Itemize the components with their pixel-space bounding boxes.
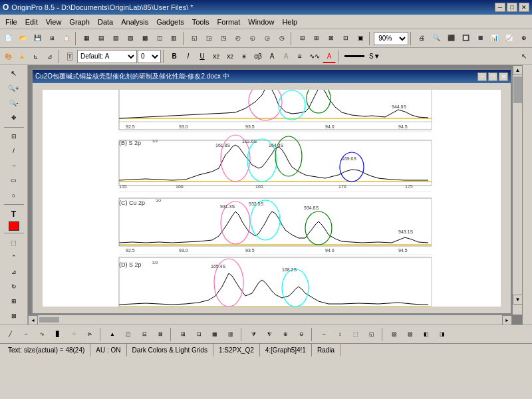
tb-btn-27[interactable]: ⊕ — [517, 31, 531, 46]
zoom-select[interactable]: 90% 50% 75% 100% 125% — [374, 32, 408, 45]
tb-btn-2[interactable]: ▤ — [94, 31, 108, 46]
tb-btn-19[interactable]: ▣ — [354, 31, 368, 46]
btn-b16[interactable]: ◱ — [364, 327, 379, 342]
strikethrough-button[interactable]: x — [237, 50, 251, 63]
arrow-draw-tool[interactable]: → — [6, 159, 22, 173]
tb-btn-17[interactable]: ⊠ — [325, 31, 338, 46]
dash-chart-btn[interactable]: ╌ — [19, 327, 33, 342]
btn-b3[interactable]: ⊟ — [137, 327, 152, 342]
alpha-button[interactable]: αβ — [251, 50, 265, 63]
line-tool[interactable]: / — [6, 144, 22, 158]
copy-button[interactable]: ⊞ — [45, 31, 59, 46]
tb-btn-9[interactable]: ◲ — [202, 31, 216, 46]
btn-b19[interactable]: ◧ — [419, 327, 434, 342]
peak-tool-btn[interactable]: ⌃ — [6, 250, 22, 264]
titlebar-controls[interactable]: ─ □ ✕ — [495, 3, 529, 12]
pan-tool[interactable]: ✥ — [6, 110, 22, 124]
curve-chart-btn[interactable]: ∿ — [35, 327, 49, 342]
btn-b5[interactable]: ⊞ — [176, 327, 190, 342]
btn-b7[interactable]: ▦ — [207, 327, 222, 342]
btn-b13[interactable]: ↔ — [317, 327, 331, 342]
fmt-color[interactable]: ▲ — [15, 50, 29, 63]
tb-btn-15[interactable]: ⊟ — [295, 31, 309, 46]
tb-btn-23[interactable]: 🔲 — [459, 31, 473, 46]
fmt-palette[interactable]: 🎨 — [1, 50, 15, 63]
tb-btn-8[interactable]: ◱ — [188, 31, 201, 46]
align-button[interactable]: ≡ — [293, 50, 307, 63]
tb-btn-24[interactable]: 🔳 — [473, 31, 487, 46]
maximize-button[interactable]: □ — [507, 3, 517, 12]
scroll-up-btn[interactable]: ▲ — [513, 65, 522, 75]
vertical-scrollbar[interactable]: ▲ ▼ — [512, 65, 522, 315]
doc-minimize[interactable]: ─ — [477, 72, 487, 81]
btn-b17[interactable]: ▧ — [387, 327, 402, 342]
extra-tool-2[interactable]: ⊠ — [6, 309, 22, 323]
menu-graph[interactable]: Graph — [65, 17, 94, 27]
scroll-left-btn[interactable]: ◄ — [28, 315, 38, 325]
btn-b6[interactable]: ⊡ — [192, 327, 206, 342]
tb-btn-11[interactable]: ◴ — [231, 31, 245, 46]
menu-tools[interactable]: Tools — [188, 17, 213, 27]
btn-b11[interactable]: ⊕ — [278, 327, 293, 342]
subscript-button[interactable]: x2 — [223, 50, 237, 63]
btn-b14[interactable]: ↕ — [332, 327, 347, 342]
btn-b2[interactable]: ◫ — [121, 327, 136, 342]
tb-btn-1[interactable]: ▦ — [80, 31, 94, 46]
menu-help[interactable]: Help — [278, 17, 301, 27]
tb-btn-22[interactable]: ⬛ — [444, 31, 458, 46]
doc-restore[interactable]: □ — [488, 72, 497, 81]
font-A2-button[interactable]: A — [279, 50, 293, 63]
line-chart-btn[interactable]: ╱ — [3, 327, 17, 342]
new-button[interactable]: 📄 — [1, 31, 15, 46]
line-style-dropdown[interactable]: S▼ — [367, 50, 382, 63]
arrow-tool[interactable]: ↖ — [6, 66, 22, 80]
doc-close[interactable]: ✕ — [499, 72, 508, 81]
menu-edit[interactable]: Edit — [21, 17, 42, 27]
superscript-button[interactable]: x2 — [209, 50, 223, 63]
rotate-tool-btn[interactable]: ↻ — [6, 280, 22, 294]
combo-btn[interactable]: ⊳ — [82, 327, 97, 342]
menu-file[interactable]: File — [1, 17, 21, 27]
scroll-right-btn[interactable]: ► — [502, 315, 512, 325]
menu-format[interactable]: Format — [213, 17, 244, 27]
data-selector-tool[interactable]: ⊡ — [6, 129, 22, 143]
btn-b15[interactable]: ⬚ — [348, 327, 363, 342]
tb-btn-7[interactable]: ▥ — [167, 31, 181, 46]
tb-btn-13[interactable]: ◶ — [261, 31, 275, 46]
btn-b20[interactable]: ◨ — [435, 327, 450, 342]
scroll-thumb-h[interactable] — [39, 317, 59, 323]
doc-window-controls[interactable]: ─ □ ✕ — [477, 72, 508, 81]
fmt-btn2[interactable]: ⊿ — [43, 50, 57, 63]
italic-button[interactable]: I — [182, 50, 195, 63]
text-tool-btn[interactable]: T — [6, 207, 22, 221]
minimize-button[interactable]: ─ — [495, 3, 505, 12]
close-button[interactable]: ✕ — [519, 3, 529, 12]
menu-window[interactable]: Window — [244, 17, 278, 27]
tb-btn-16[interactable]: ⊞ — [310, 31, 324, 46]
tb-btn-6[interactable]: ◫ — [153, 31, 167, 46]
btn-b8[interactable]: ▥ — [223, 327, 238, 342]
color-box-btn[interactable] — [9, 221, 19, 231]
btn-b4[interactable]: ⊠ — [153, 327, 168, 342]
rect-tool[interactable]: ▭ — [6, 174, 22, 188]
tb-btn-3[interactable]: ▧ — [109, 31, 123, 46]
fmt-btn1[interactable]: ⊾ — [29, 50, 43, 63]
region-zoom-tool[interactable]: ⬚ — [6, 235, 22, 249]
pointer-tool-btn[interactable]: ⊿ — [6, 265, 22, 279]
tb-btn-20[interactable]: 🖨 — [415, 31, 429, 46]
open-button[interactable]: 📂 — [16, 31, 30, 46]
fmt-text-icon[interactable]: T — [63, 50, 76, 63]
menu-view[interactable]: View — [42, 17, 66, 27]
tb-btn-25[interactable]: 📊 — [488, 31, 502, 46]
font-name-select[interactable]: Default: A — [77, 50, 137, 63]
tb-btn-10[interactable]: ◳ — [217, 31, 231, 46]
save-button[interactable]: 💾 — [31, 31, 45, 46]
tb-btn-12[interactable]: ◵ — [246, 31, 260, 46]
tb-btn-4[interactable]: ▨ — [124, 31, 138, 46]
font-A-button[interactable]: A — [265, 50, 279, 63]
area-btn[interactable]: ▲ — [105, 327, 120, 342]
underline-button[interactable]: U — [196, 50, 209, 63]
btn-b10[interactable]: ⧨ — [262, 327, 277, 342]
horizontal-scrollbar[interactable]: ◄ ► — [28, 315, 512, 325]
tb-btn-26[interactable]: 📈 — [502, 31, 516, 46]
